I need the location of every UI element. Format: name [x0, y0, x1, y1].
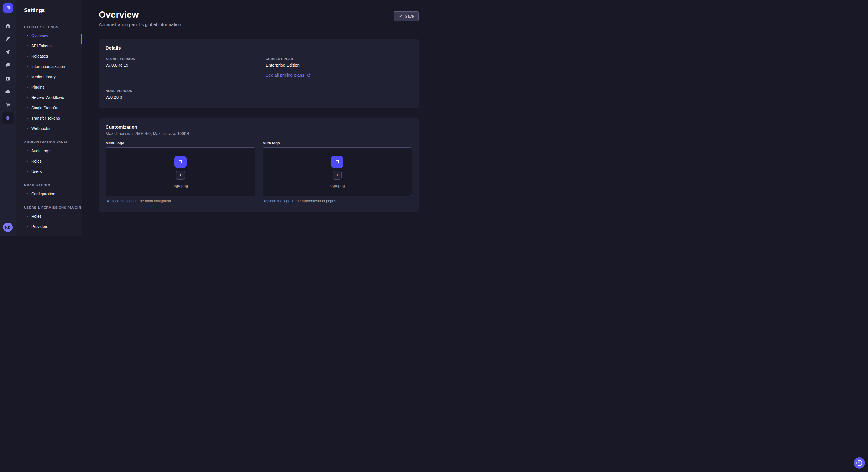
- bullet-icon: [27, 161, 28, 162]
- field-node-version: NODE VERSION v18.20.3: [105, 89, 252, 100]
- add-logo-button[interactable]: +: [333, 171, 342, 179]
- logo-filename: logo.png: [330, 183, 345, 188]
- settings-nav-item[interactable]: Configuration: [16, 189, 82, 199]
- logo-preview: [174, 156, 187, 168]
- settings-nav-item[interactable]: Roles: [16, 156, 82, 166]
- strapi-logo-icon: [177, 158, 184, 166]
- nav-item-label: Releases: [31, 54, 48, 59]
- nav-item-label: Webhooks: [31, 126, 50, 131]
- main-content: Overview Administration panel’s global i…: [82, 0, 434, 236]
- settings-nav-item[interactable]: Media Library: [16, 72, 82, 82]
- settings-icon[interactable]: [2, 112, 14, 124]
- bullet-icon: [27, 193, 28, 194]
- nav-item-label: Transfer Tokens: [31, 116, 60, 121]
- logo-preview: [331, 156, 343, 168]
- bullet-icon: [27, 171, 28, 172]
- feather-icon[interactable]: [2, 33, 14, 44]
- field-value: v18.20.3: [105, 95, 252, 100]
- settings-nav-item[interactable]: Audit Logs: [16, 146, 82, 156]
- bullet-icon: [27, 45, 28, 46]
- settings-nav-item[interactable]: Internationalization: [16, 61, 82, 72]
- settings-nav-item[interactable]: Review Workflows: [16, 92, 82, 103]
- home-icon[interactable]: [2, 20, 14, 31]
- logo-upload-box: + logo.png: [262, 147, 412, 196]
- details-heading: Details: [105, 45, 412, 51]
- logo-upload-label: Menu logo: [105, 141, 255, 145]
- customization-heading: Customization: [105, 125, 412, 130]
- strapi-logo[interactable]: [3, 3, 13, 13]
- cart-icon[interactable]: [2, 99, 14, 110]
- section-items: Audit Logs Roles Users: [16, 146, 82, 177]
- logo-upload-helper: Replace the logo in the authentication p…: [262, 199, 412, 203]
- bullet-icon: [27, 150, 28, 151]
- settings-nav-item[interactable]: Users: [16, 166, 82, 177]
- nav-item-label: Audit Logs: [31, 148, 50, 153]
- subnav-title: Settings: [24, 7, 82, 13]
- media-icon[interactable]: [2, 59, 14, 71]
- field-current-plan: CURRENT PLAN Enterprise Edition See all …: [266, 57, 412, 78]
- logo-uploads: Menu logo + logo.png: [105, 141, 412, 203]
- settings-nav-item[interactable]: Providers: [16, 222, 82, 232]
- section-title: USERS & PERMISSIONS PLUGIN: [24, 206, 82, 209]
- page-title: Overview: [99, 10, 181, 20]
- settings-nav-item[interactable]: Webhooks: [16, 123, 82, 134]
- page-header-text: Overview Administration panel’s global i…: [99, 10, 181, 27]
- save-button-label: Save: [405, 14, 414, 19]
- section-administration-panel: ADMINISTRATION PANEL Audit Logs Roles Us…: [16, 140, 82, 177]
- subnav-scrollbar-thumb[interactable]: [81, 34, 82, 44]
- bullet-icon: [27, 216, 28, 217]
- bullet-icon: [27, 76, 28, 77]
- bullet-icon: [27, 117, 28, 119]
- pricing-plans-link[interactable]: See all pricing plans: [266, 72, 311, 77]
- nav-item-label: Internationalization: [31, 64, 65, 69]
- add-logo-button[interactable]: +: [176, 171, 185, 179]
- logo-upload-field: Menu logo + logo.png: [105, 141, 255, 203]
- bullet-icon: [27, 97, 28, 98]
- rail-header: [0, 0, 16, 16]
- nav-item-label: Overview: [31, 33, 48, 38]
- section-users-permissions-plugin: USERS & PERMISSIONS PLUGIN Roles Provide…: [16, 206, 82, 232]
- nav-item-label: Review Workflows: [31, 95, 64, 100]
- bullet-icon: [27, 66, 28, 67]
- logo-filename: logo.png: [173, 183, 188, 188]
- logo-upload-label: Auth logo: [262, 141, 412, 145]
- pricing-plans-link-label: See all pricing plans: [266, 72, 304, 77]
- settings-nav-item[interactable]: Releases: [16, 51, 82, 61]
- field-label: STRAPI VERSION: [105, 57, 252, 61]
- bullet-icon: [27, 226, 28, 227]
- settings-nav-item[interactable]: Overview: [16, 30, 82, 41]
- bullet-icon: [27, 56, 28, 57]
- nav-item-label: Media Library: [31, 74, 56, 79]
- page-header: Overview Administration panel’s global i…: [99, 10, 419, 27]
- settings-nav-item[interactable]: Single Sign-On: [16, 103, 82, 113]
- nav-item-label: Plugins: [31, 85, 44, 90]
- section-email-plugin: EMAIL PLUGIN Configuration: [16, 183, 82, 199]
- nav-item-label: Roles: [31, 214, 42, 218]
- nav-item-label: Users: [31, 169, 42, 174]
- subnav-divider: [24, 18, 31, 19]
- settings-nav-item[interactable]: Transfer Tokens: [16, 113, 82, 123]
- external-link-icon: [307, 73, 311, 77]
- cloud-icon[interactable]: [2, 86, 14, 97]
- layout-icon[interactable]: [2, 72, 14, 84]
- avatar[interactable]: KD: [3, 223, 12, 232]
- field-label: CURRENT PLAN: [266, 57, 412, 61]
- strapi-logo-icon: [5, 5, 11, 11]
- settings-nav-item[interactable]: Plugins: [16, 82, 82, 92]
- settings-subnav: Settings GLOBAL SETTINGS Overview API To…: [16, 0, 82, 236]
- rail-nav: [0, 20, 16, 219]
- settings-nav-item[interactable]: API Tokens: [16, 41, 82, 51]
- plus-icon: +: [179, 172, 182, 178]
- section-items: Configuration: [16, 189, 82, 199]
- rail-footer: KD: [0, 219, 16, 236]
- section-global-settings: GLOBAL SETTINGS Overview API Tokens Rele…: [16, 25, 82, 134]
- nav-item-label: API Tokens: [31, 43, 52, 48]
- plus-icon: +: [336, 172, 339, 178]
- avatar-initials: KD: [5, 225, 11, 229]
- save-button[interactable]: Save: [394, 11, 419, 21]
- bullet-icon: [27, 87, 28, 88]
- bullet-icon: [27, 107, 28, 108]
- settings-nav-item[interactable]: Roles: [16, 211, 82, 222]
- nav-item-label: Roles: [31, 159, 42, 164]
- send-icon[interactable]: [2, 46, 14, 58]
